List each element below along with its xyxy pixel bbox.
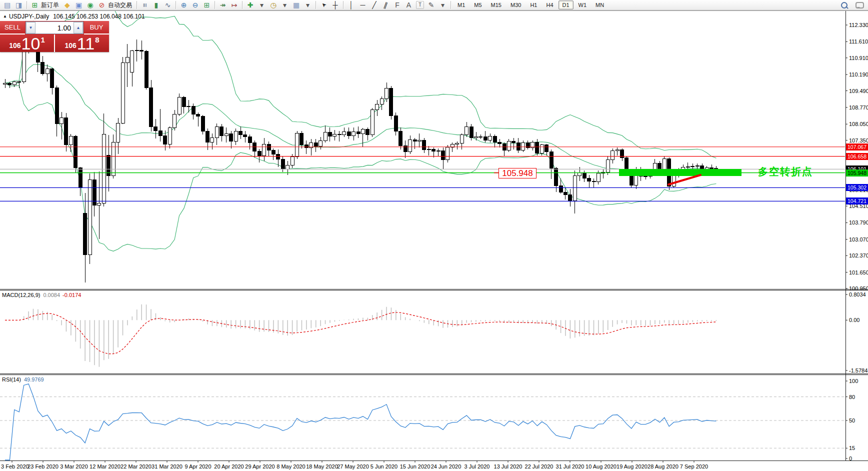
autotrading-icon[interactable]: ⊘ <box>96 0 108 10</box>
collapse-panel-icon[interactable]: ▲ <box>3 14 7 18</box>
tf-m30[interactable]: M30 <box>506 0 525 10</box>
candle-body <box>69 136 72 145</box>
candle-body <box>460 135 464 144</box>
trendline-icon[interactable]: ╱ <box>368 0 380 10</box>
sell-price-handle: 106 <box>9 42 20 50</box>
candle-body <box>568 194 572 201</box>
candle-body <box>390 88 393 116</box>
tf-m1[interactable]: M1 <box>454 0 469 10</box>
volume-increase-button[interactable]: ▲ <box>74 22 83 34</box>
date-axis-label: 3 Jul 2020 <box>464 464 490 470</box>
chart-canvas[interactable]: 112.330111.610110.910110.190109.490108.7… <box>0 0 868 471</box>
tf-mn[interactable]: MN <box>592 0 608 10</box>
price-axis[interactable]: 112.330111.610110.910110.190109.490108.7… <box>846 22 868 462</box>
candle-body <box>74 136 78 168</box>
periods-dropdown-icon[interactable]: ▾ <box>279 0 290 10</box>
chart-shift-icon[interactable]: ↦ <box>228 0 240 10</box>
data-window-icon[interactable]: ◨ <box>13 0 24 10</box>
buy-price[interactable]: 106 11 8 <box>55 34 109 52</box>
candle-body <box>41 62 44 74</box>
vertical-line-icon[interactable]: │ <box>346 0 357 10</box>
rsi-pane[interactable] <box>0 384 845 460</box>
volume-input[interactable]: 1.00 <box>36 22 74 34</box>
candle-body <box>582 173 586 178</box>
date-axis-label: 5 Jun 2020 <box>370 464 398 470</box>
search-icon[interactable] <box>841 2 848 8</box>
horizontal-line-icon[interactable]: ─ <box>357 0 368 10</box>
line-chart-icon[interactable]: ∿ <box>162 0 174 10</box>
candle-body <box>588 178 591 181</box>
macd-pane[interactable] <box>5 304 716 367</box>
new-order-label[interactable]: 新订单 <box>40 1 62 10</box>
price-tick-label: 102.370 <box>849 252 868 258</box>
sell-button[interactable]: SELL <box>0 21 25 34</box>
main-chart-pane[interactable] <box>0 0 845 282</box>
shapes-dropdown-icon[interactable]: ▾ <box>437 0 448 10</box>
shapes-icon[interactable]: ✎ <box>426 0 437 10</box>
tf-d1[interactable]: D1 <box>558 0 574 10</box>
macd-signal-value: -0.0174 <box>62 292 81 298</box>
candle-body <box>144 51 148 88</box>
candle-body <box>192 106 195 114</box>
rsi-tick-label: 15 <box>849 445 855 451</box>
signals-icon[interactable]: ◉ <box>84 0 96 10</box>
price-tick-label: 111.610 <box>849 38 868 44</box>
bollinger-upper-band <box>5 0 716 158</box>
bar-chart-icon[interactable]: ≡ <box>140 0 150 11</box>
candle-body <box>178 98 181 114</box>
candle-body <box>272 150 275 154</box>
tf-h4[interactable]: H4 <box>542 0 557 10</box>
candle-body <box>187 106 190 106</box>
buy-button[interactable]: BUY <box>84 21 109 34</box>
tile-windows-icon[interactable]: ⊞ <box>201 0 212 10</box>
date-axis-label: 10 Aug 2020 <box>586 464 616 470</box>
zoom-out-icon[interactable]: ⊖ <box>190 0 201 10</box>
symbol-title: USDJPY-,Daily <box>9 13 49 20</box>
candle-body <box>376 104 379 110</box>
tf-h1[interactable]: H1 <box>526 0 541 10</box>
candlestick-series <box>4 28 718 282</box>
expert-advisors-icon[interactable]: ◆ <box>62 0 73 10</box>
volume-decrease-button[interactable]: ▼ <box>26 22 36 34</box>
charts-list-icon[interactable]: ▤ <box>2 0 13 10</box>
new-order-icon[interactable]: ⊞ <box>29 0 40 10</box>
text-label-icon[interactable]: T <box>416 1 424 9</box>
auto-scroll-icon[interactable]: ↠ <box>217 0 228 10</box>
indicators-dropdown-icon[interactable]: ▾ <box>256 0 268 10</box>
rsi-line <box>5 384 716 460</box>
date-axis[interactable]: 3 Feb 202023 Feb 20203 Mar 202012 Mar 20… <box>1 460 708 470</box>
candle-body <box>686 166 690 167</box>
tf-m15[interactable]: M15 <box>487 0 506 10</box>
price-flag-105948[interactable]: 105.948 <box>498 168 536 178</box>
turning-point-annotation[interactable]: 多空转折点 <box>758 165 813 178</box>
fibonacci-icon[interactable]: F <box>392 0 403 10</box>
indicators-icon[interactable]: ✚ <box>244 0 256 10</box>
candle-body <box>319 141 322 146</box>
candle-body <box>64 118 68 145</box>
symbol-info[interactable]: ▲USDJPY-,Daily106.145 106.253 106.048 10… <box>3 13 145 20</box>
candle-body <box>696 166 699 166</box>
candle-body <box>361 129 364 134</box>
autotrading-label[interactable]: 自动交易 <box>108 1 134 10</box>
periods-icon[interactable]: ◷ <box>268 0 279 10</box>
rsi-tick-label: 80 <box>849 394 855 400</box>
templates-dropdown-icon[interactable]: ▾ <box>302 0 314 10</box>
candlestick-chart-icon[interactable]: ▮ <box>150 0 162 10</box>
candle-body <box>206 132 210 142</box>
tf-m5[interactable]: M5 <box>470 0 486 10</box>
equidistant-channel-icon[interactable]: ∥ <box>378 0 393 12</box>
templates-icon[interactable]: ▦ <box>290 0 302 10</box>
text-icon[interactable]: A <box>403 0 414 10</box>
candle-body <box>347 132 350 136</box>
chat-icon[interactable] <box>856 2 864 8</box>
candle-body <box>12 82 16 84</box>
tf-w1[interactable]: W1 <box>574 0 591 10</box>
date-axis-label: 3 Feb 2020 <box>1 464 29 470</box>
sell-price[interactable]: 106 10 1 <box>0 34 55 52</box>
candle-body <box>116 123 120 142</box>
support-zone-rectangle[interactable] <box>619 169 742 176</box>
date-axis-label: 29 Apr 2020 <box>245 464 274 470</box>
zoom-in-icon[interactable]: ⊕ <box>178 0 190 10</box>
metaeditor-icon[interactable]: ▣ <box>73 0 84 10</box>
candle-body <box>102 134 106 203</box>
